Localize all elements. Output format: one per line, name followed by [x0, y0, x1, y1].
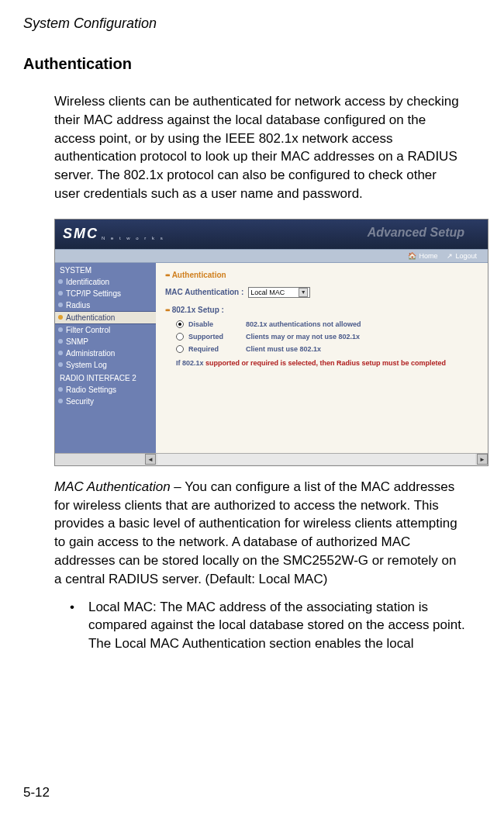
mac-auth-row: MAC Authentication : Local MAC ▼	[165, 287, 478, 298]
mac-auth-term: MAC Authentication	[54, 479, 171, 494]
sidebar-item-system-log[interactable]: System Log	[55, 359, 156, 371]
sidebar-item-radio-settings[interactable]: Radio Settings	[55, 384, 156, 396]
breadcrumb: ▪▪▪Authentication	[165, 271, 478, 279]
sidebar-item-tcpip[interactable]: TCP/IP Settings	[55, 288, 156, 299]
radio-label-disable: Disable	[188, 320, 246, 328]
scroll-left-icon[interactable]: ◄	[145, 454, 156, 465]
bullet-mark: •	[70, 598, 74, 653]
radio-row-disable[interactable]: Disable 802.1x authentications not allow…	[176, 320, 478, 328]
sidebar-item-administration[interactable]: Administration	[55, 347, 156, 359]
content-pane: ▪▪▪Authentication MAC Authentication : L…	[156, 263, 488, 453]
mac-auth-paragraph: MAC Authentication – You can configure a…	[54, 478, 465, 589]
sidebar-item-filter-control[interactable]: Filter Control	[55, 324, 156, 336]
radio-disable[interactable]	[176, 320, 184, 328]
screenshot-toolbar: 🏠 Home ↗ Logout	[55, 249, 488, 263]
sidebar: SYSTEM Identification TCP/IP Settings Ra…	[55, 263, 156, 453]
screenshot-header: SMC N e t w o r k s Advanced Setup	[55, 220, 488, 249]
radio-label-required: Required	[188, 345, 246, 353]
logout-label: Logout	[455, 252, 477, 260]
radio-row-required[interactable]: Required Client must use 802.1x	[176, 345, 478, 353]
breadcrumb-icon: ▪▪▪	[165, 271, 169, 279]
horizontal-scrollbar[interactable]: ◄ ►	[55, 453, 488, 465]
sidebar-group-radio: RADIO INTERFACE 2	[55, 371, 156, 384]
bullet-text: Local MAC: The MAC address of the associ…	[88, 598, 465, 653]
setup-header-icon: ▪▪▪	[165, 306, 169, 314]
sidebar-item-authentication[interactable]: Authentication	[55, 311, 156, 324]
page-number: 5-12	[23, 785, 50, 800]
mac-auth-value: Local MAC	[250, 289, 285, 296]
warning-highlight: supported or required is selected, then …	[205, 359, 446, 367]
home-link[interactable]: 🏠 Home	[408, 252, 437, 260]
logo: SMC	[63, 226, 98, 242]
sidebar-item-snmp[interactable]: SNMP	[55, 336, 156, 347]
radio-row-supported[interactable]: Supported Clients may or may not use 802…	[176, 333, 478, 341]
breadcrumb-label: Authentication	[172, 271, 226, 279]
warning-pre: If 802.1x	[176, 359, 205, 367]
home-label: Home	[419, 252, 437, 260]
sidebar-item-security[interactable]: Security	[55, 396, 156, 407]
radio-required[interactable]	[176, 345, 184, 353]
scroll-track[interactable]: ◄ ►	[157, 454, 475, 465]
screenshot-body: SYSTEM Identification TCP/IP Settings Ra…	[55, 263, 488, 453]
sidebar-item-identification[interactable]: Identification	[55, 276, 156, 288]
chevron-down-icon: ▼	[299, 288, 308, 297]
logo-subtext: N e t w o r k s	[102, 236, 165, 240]
radio-desc-required: Client must use 802.1x	[246, 345, 321, 353]
sidebar-group-system: SYSTEM	[55, 263, 156, 276]
sidebar-item-radius[interactable]: Radius	[55, 299, 156, 311]
warning-text: If 802.1x supported or required is selec…	[176, 359, 478, 367]
advanced-setup-label: Advanced Setup	[368, 226, 464, 240]
setup-header: ▪▪▪802.1x Setup :	[165, 306, 478, 314]
section-title: Authentication	[23, 55, 481, 73]
mac-auth-label: MAC Authentication :	[165, 288, 243, 296]
scroll-right-icon[interactable]: ►	[477, 454, 488, 465]
page-header: System Configuration	[23, 16, 481, 32]
radio-label-supported: Supported	[188, 333, 246, 341]
logout-link[interactable]: ↗ Logout	[447, 252, 477, 260]
bullet-local-mac: • Local MAC: The MAC address of the asso…	[70, 598, 465, 653]
radio-supported[interactable]	[176, 333, 184, 341]
radio-desc-disable: 802.1x authentications not allowed	[246, 320, 361, 328]
setup-header-label: 802.1x Setup :	[172, 306, 224, 314]
intro-paragraph: Wireless clients can be authenticated fo…	[54, 92, 465, 203]
mac-auth-dropdown[interactable]: Local MAC ▼	[248, 287, 310, 298]
mac-auth-text: – You can configure a list of the MAC ad…	[54, 479, 457, 586]
embedded-screenshot: SMC N e t w o r k s Advanced Setup 🏠 Hom…	[54, 219, 488, 466]
radio-desc-supported: Clients may or may not use 802.1x	[246, 333, 360, 341]
